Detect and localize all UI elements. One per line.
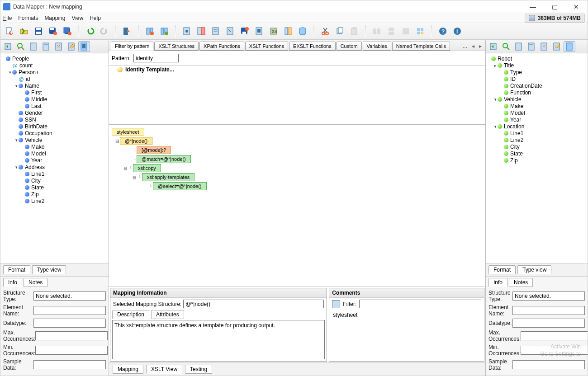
left-tool-7[interactable]: [78, 41, 90, 52]
center-tab[interactable]: Custom: [337, 42, 362, 51]
tool-b8[interactable]: [282, 25, 294, 38]
tab-xslt-view[interactable]: XSLT View: [146, 365, 182, 374]
selected-structure-field[interactable]: [183, 300, 324, 308]
min-occ-field-r[interactable]: [521, 346, 588, 355]
tool-b4[interactable]: [224, 25, 237, 38]
info-button[interactable]: i: [451, 25, 464, 38]
tool-a2[interactable]: [158, 25, 171, 38]
tree-node[interactable]: Last: [1, 103, 108, 109]
tree-node[interactable]: Make: [1, 143, 108, 150]
xslt-copy[interactable]: xsl:copy: [133, 164, 161, 172]
tool-d3[interactable]: [399, 25, 412, 38]
right-tool-5[interactable]: [538, 41, 550, 52]
xslt-select[interactable]: @select=@*|node(): [153, 182, 206, 190]
right-tool-2[interactable]: [500, 41, 512, 52]
right-tool-6[interactable]: [551, 41, 563, 52]
right-tree[interactable]: Robot▸TitleTypeIDCreationDateFunction▾Ve…: [486, 53, 588, 263]
save-as-button[interactable]: [47, 25, 59, 38]
cut-button[interactable]: [319, 25, 332, 38]
right-tool-1[interactable]: [488, 41, 499, 52]
tool-d4[interactable]: [414, 25, 427, 38]
tree-node[interactable]: City: [1, 177, 108, 184]
xslt-stylesheet[interactable]: stylesheet: [112, 128, 144, 136]
datatype-field[interactable]: [33, 319, 106, 328]
toggle-icon[interactable]: ▾: [14, 165, 19, 169]
tabs-left-icon[interactable]: ◂: [470, 42, 476, 50]
xslt-mode[interactable]: [@mode]:?: [137, 146, 171, 154]
left-tree[interactable]: People@count▾Person+@id▾NameFirstMiddleL…: [0, 53, 109, 263]
tree-node[interactable]: Model: [1, 150, 108, 157]
left-tool-2[interactable]: [15, 41, 27, 52]
toggle-icon[interactable]: ▾: [493, 124, 498, 129]
tabs-right-icon[interactable]: ▸: [477, 42, 484, 50]
menu-help[interactable]: Help: [90, 15, 101, 21]
toggle-icon[interactable]: ▾: [14, 138, 19, 142]
tree-node[interactable]: State: [1, 184, 108, 191]
tree-node[interactable]: Robot: [487, 55, 587, 62]
tree-node[interactable]: ▾Vehicle: [1, 136, 108, 143]
tree-node[interactable]: @id: [1, 75, 108, 82]
menu-file[interactable]: File: [3, 15, 12, 21]
comment-item[interactable]: stylesheet: [329, 310, 484, 320]
tool-b6[interactable]: [253, 25, 266, 38]
toggle-icon[interactable]: ⊟: [123, 166, 128, 171]
left-tool-6[interactable]: [66, 41, 77, 52]
exit-button[interactable]: [121, 25, 133, 38]
tree-node[interactable]: Middle: [1, 96, 108, 103]
menu-mapping[interactable]: Mapping: [44, 15, 65, 21]
new-file-button[interactable]: +: [3, 25, 16, 38]
tree-node[interactable]: ▾Person+: [1, 69, 108, 75]
xslt-match[interactable]: @match=@*|node(): [137, 155, 191, 163]
pattern-result[interactable]: Identity Template...: [109, 66, 485, 76]
minimize-button[interactable]: —: [526, 3, 540, 10]
database-icon[interactable]: [296, 25, 309, 38]
tree-node[interactable]: Zip: [1, 191, 108, 197]
datatype-field-r[interactable]: [512, 319, 585, 328]
tab-mapping[interactable]: Mapping: [113, 365, 143, 374]
tool-b5[interactable]: [238, 25, 251, 38]
menu-view[interactable]: View: [71, 15, 83, 21]
tree-node[interactable]: Type: [487, 69, 587, 75]
right-tool-7[interactable]: [564, 41, 575, 52]
right-tool-4[interactable]: [526, 41, 537, 52]
center-tab[interactable]: Variables: [363, 42, 391, 51]
tree-node[interactable]: @count: [1, 62, 108, 69]
help-button[interactable]: ?: [436, 25, 449, 38]
tree-node[interactable]: People: [1, 55, 108, 62]
xslt-apply[interactable]: xsl:apply-templates: [142, 173, 194, 181]
filter-icon[interactable]: [332, 300, 340, 308]
tabs-more[interactable]: ...: [461, 42, 469, 50]
filter-input[interactable]: [359, 300, 481, 308]
open-file-button[interactable]: [18, 25, 30, 38]
tree-node[interactable]: Zip: [487, 157, 587, 164]
tab-info[interactable]: Info: [3, 278, 22, 287]
tool-b7[interactable]: xs: [267, 25, 280, 38]
tree-node[interactable]: ▾Address: [1, 164, 108, 170]
toggle-icon[interactable]: ▾: [14, 84, 19, 88]
structure-type-field[interactable]: [33, 291, 106, 301]
tree-node[interactable]: Model: [487, 109, 587, 116]
min-occ-field[interactable]: [35, 346, 108, 355]
tree-node[interactable]: City: [487, 143, 587, 150]
left-tool-3[interactable]: [28, 41, 39, 52]
tool-d1[interactable]: [370, 25, 383, 38]
tree-node[interactable]: BirthDate: [1, 123, 108, 130]
tab-notes[interactable]: Notes: [24, 278, 47, 287]
copy-button[interactable]: [333, 25, 346, 38]
center-tab[interactable]: XPath Functions: [199, 42, 244, 51]
tree-node[interactable]: ID: [487, 75, 587, 82]
save-all-button[interactable]: [61, 25, 74, 38]
tab-typeview[interactable]: Type view: [32, 265, 66, 274]
tree-node[interactable]: ▾Location: [487, 123, 587, 130]
gc-icon[interactable]: [529, 15, 535, 21]
tree-node[interactable]: Year: [487, 116, 587, 123]
tool-a1[interactable]: [143, 25, 156, 38]
tree-node[interactable]: Gender: [1, 109, 108, 116]
toggle-icon[interactable]: ▾: [493, 97, 498, 102]
max-occ-field-r[interactable]: [521, 331, 588, 340]
tree-node[interactable]: Line2: [1, 197, 108, 204]
tree-node[interactable]: ▾Name: [1, 82, 108, 89]
center-tab[interactable]: Named Template Calls: [392, 42, 450, 51]
sample-field-r[interactable]: [512, 360, 585, 369]
tool-b1[interactable]: [180, 25, 193, 38]
